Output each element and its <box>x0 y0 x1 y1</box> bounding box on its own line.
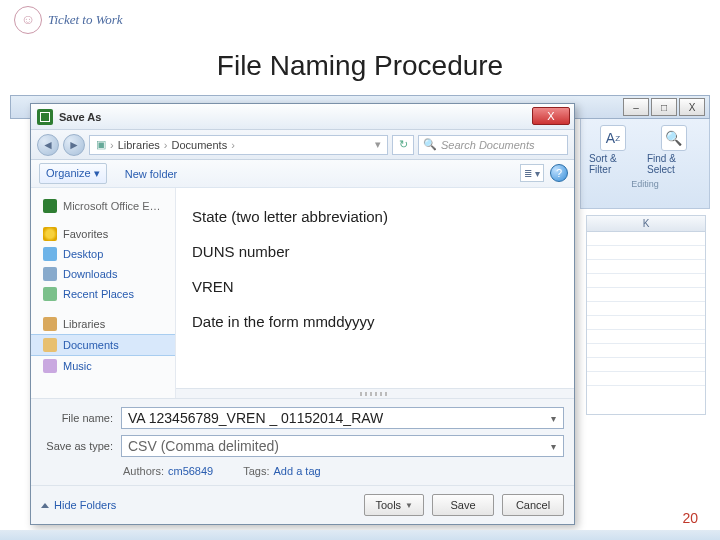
view-button[interactable]: ≣ ▾ <box>520 164 544 182</box>
breadcrumb-folder[interactable]: Documents <box>172 139 228 151</box>
libraries-icon <box>43 317 57 331</box>
tags-label: Tags: <box>243 465 269 477</box>
filename-value: VA 123456789_VREN _ 01152014_RAW <box>128 410 383 426</box>
sort-filter-button[interactable]: AZ Sort & Filter <box>589 125 637 175</box>
excel-file-icon <box>37 109 53 125</box>
instruction-date: Date in the form mmddyyyy <box>192 313 558 330</box>
desktop-icon <box>43 247 57 261</box>
excel-close-button[interactable]: X <box>679 98 705 116</box>
sidebar-downloads-label: Downloads <box>63 268 117 280</box>
dialog-toolbar: Organize ▾ New folder ≣ ▾ ? <box>31 160 574 188</box>
sidebar-libraries-label: Libraries <box>63 318 105 330</box>
caret-up-icon <box>41 503 49 508</box>
new-folder-button[interactable]: New folder <box>119 165 184 183</box>
nav-forward-button[interactable]: ► <box>63 134 85 156</box>
search-icon: 🔍 <box>423 138 437 151</box>
excel-grid[interactable]: K <box>586 215 706 415</box>
find-select-icon: 🔍 <box>661 125 687 151</box>
page-number: 20 <box>682 510 698 526</box>
documents-icon <box>43 338 57 352</box>
refresh-button[interactable]: ↻ <box>392 135 414 155</box>
music-icon <box>43 359 57 373</box>
excel-minimize-button[interactable]: – <box>623 98 649 116</box>
organize-button[interactable]: Organize ▾ <box>39 163 107 184</box>
sidebar-music-label: Music <box>63 360 92 372</box>
filetype-select[interactable]: CSV (Comma delimited) ▾ <box>121 435 564 457</box>
search-placeholder: Search Documents <box>441 139 535 151</box>
sidebar-documents-label: Documents <box>63 339 119 351</box>
brand-logo: ☺ Ticket to Work <box>14 6 123 34</box>
sidebar-desktop[interactable]: Desktop <box>31 244 175 264</box>
star-icon <box>43 227 57 241</box>
nav-row: ◄ ► ▣ › Libraries › Documents › ▾ ↻ 🔍 Se… <box>31 130 574 160</box>
nav-back-button[interactable]: ◄ <box>37 134 59 156</box>
breadcrumb-sep: › <box>164 139 168 151</box>
filename-input[interactable]: VA 123456789_VREN _ 01152014_RAW ▾ <box>121 407 564 429</box>
authors-value: cm56849 <box>168 465 213 477</box>
excel-ribbon: AZ Sort & Filter 🔍 Find & Select Editing <box>580 119 710 209</box>
chevron-down-icon: ▼ <box>405 501 413 510</box>
instruction-vren: VREN <box>192 278 558 295</box>
save-button[interactable]: Save <box>432 494 494 516</box>
nav-sidebar: Microsoft Office E… Favorites Desktop Do… <box>31 188 176 398</box>
filename-label: File name: <box>41 412 113 424</box>
dialog-close-button[interactable]: X <box>532 107 570 125</box>
authors-field[interactable]: Authors:cm56849 <box>123 465 213 477</box>
find-select-button[interactable]: 🔍 Find & Select <box>647 125 701 175</box>
chevron-down-icon[interactable]: ▾ <box>545 438 561 454</box>
filetype-value: CSV (Comma delimited) <box>128 438 279 454</box>
download-icon <box>43 267 57 281</box>
instruction-duns: DUNS number <box>192 243 558 260</box>
tools-button[interactable]: Tools▼ <box>364 494 424 516</box>
sidebar-recent-label: Recent Places <box>63 288 134 300</box>
sidebar-recent-places[interactable]: Recent Places <box>31 284 175 304</box>
sidebar-downloads[interactable]: Downloads <box>31 264 175 284</box>
chevron-down-icon[interactable]: ▾ <box>545 410 561 426</box>
sidebar-desktop-label: Desktop <box>63 248 103 260</box>
cancel-button[interactable]: Cancel <box>502 494 564 516</box>
slide-bottom-bar <box>0 530 720 540</box>
tags-field[interactable]: Tags:Add a tag <box>243 465 320 477</box>
sidebar-music[interactable]: Music <box>31 356 175 376</box>
folder-icon: ▣ <box>96 138 106 151</box>
grip-icon <box>360 392 390 396</box>
sort-filter-label: Sort & Filter <box>589 153 637 175</box>
column-header-k[interactable]: K <box>587 216 705 232</box>
excel-maximize-button[interactable]: □ <box>651 98 677 116</box>
formula-stub-label: Microsoft Office E… <box>63 200 161 212</box>
recent-icon <box>43 287 57 301</box>
sidebar-favorites-label: Favorites <box>63 228 108 240</box>
hide-folders-label: Hide Folders <box>54 499 116 511</box>
breadcrumb-sep: › <box>110 139 114 151</box>
sidebar-libraries[interactable]: Libraries <box>31 314 175 334</box>
dialog-button-row: Hide Folders Tools▼ Save Cancel <box>31 485 574 524</box>
find-select-label: Find & Select <box>647 153 701 175</box>
filetype-label: Save as type: <box>41 440 113 452</box>
save-as-dialog: Save As X ◄ ► ▣ › Libraries › Documents … <box>30 103 575 525</box>
sidebar-favorites[interactable]: Favorites <box>31 224 175 244</box>
instruction-state: State (two letter abbreviation) <box>192 208 558 225</box>
authors-label: Authors: <box>123 465 164 477</box>
sort-filter-icon: AZ <box>600 125 626 151</box>
file-fields: File name: VA 123456789_VREN _ 01152014_… <box>31 398 574 485</box>
breadcrumb[interactable]: ▣ › Libraries › Documents › ▾ <box>89 135 388 155</box>
sidebar-documents[interactable]: Documents <box>31 334 175 356</box>
hide-folders-toggle[interactable]: Hide Folders <box>41 499 116 511</box>
help-button[interactable]: ? <box>550 164 568 182</box>
logo-icon: ☺ <box>14 6 42 34</box>
slide-title: File Naming Procedure <box>0 50 720 82</box>
logo-text: Ticket to Work <box>48 12 123 28</box>
tools-label: Tools <box>375 499 401 511</box>
resize-grip[interactable] <box>176 388 574 398</box>
breadcrumb-root[interactable]: Libraries <box>118 139 160 151</box>
dialog-title: Save As <box>59 111 101 123</box>
sidebar-excel-formula-stub: Microsoft Office E… <box>31 196 175 216</box>
search-input[interactable]: 🔍 Search Documents <box>418 135 568 155</box>
dialog-titlebar[interactable]: Save As X <box>31 104 574 130</box>
tags-value: Add a tag <box>274 465 321 477</box>
main-pane: State (two letter abbreviation) DUNS num… <box>176 188 574 398</box>
ribbon-group-label: Editing <box>581 179 709 189</box>
breadcrumb-sep: › <box>231 139 235 151</box>
